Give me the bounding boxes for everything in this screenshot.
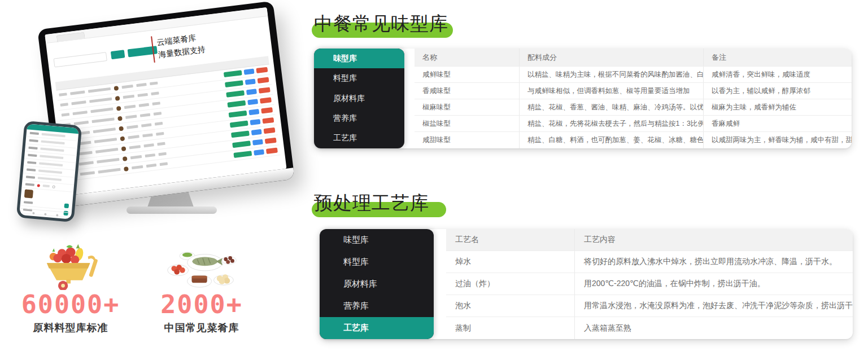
stat-label: 原料料型库标准 bbox=[17, 321, 124, 335]
stat-label: 中国常见菜肴库 bbox=[148, 321, 255, 335]
column-header: 工艺内容 bbox=[575, 229, 853, 250]
food-dishes-icon bbox=[162, 248, 241, 290]
cell-ingredients: 精盐、花椒、香葱、酱油、味精、麻油、冷鸡汤等。以优质花... bbox=[520, 99, 704, 115]
cell-note: 椒麻为主味，咸香鲜为辅佐 bbox=[704, 99, 852, 115]
cell-process-content: 用常温水浸泡，水淹没原料为准，泡好去废、冲洗干净泥沙等杂质，捞出沥干。 bbox=[575, 295, 853, 317]
stat-value: 60000+ bbox=[17, 291, 124, 318]
cell-name: 椒麻味型 bbox=[415, 99, 520, 115]
cell-ingredients: 精盐、花椒，先将花椒去梗去子，然后与精盐按1：3比例混合... bbox=[520, 116, 704, 131]
mini-browser-tab bbox=[56, 32, 85, 42]
cell-name: 椒盐味型 bbox=[415, 116, 520, 131]
flavor-library-card: 味型库 料型库 原材料库 营养库 工艺库 名称 配料成分 备注 咸鲜味型 以精盐… bbox=[314, 49, 852, 148]
cell-name: 咸甜味型 bbox=[415, 132, 520, 148]
page: 云端菜肴库 海量数据支持 bbox=[0, 0, 868, 356]
sidebar-item-process-lib[interactable]: 工艺库 bbox=[320, 317, 434, 339]
phone-action-icon bbox=[64, 204, 69, 209]
heading-text: 中餐常见味型库 bbox=[314, 12, 448, 34]
cell-ingredients: 与咸鲜味相似，但调香料如葱、椒等用量要适当增加 bbox=[520, 83, 704, 99]
process-library-card: 味型库 料型库 原材料库 营养库 工艺库 工艺名 工艺内容 焯水 将切好的原料放… bbox=[320, 229, 853, 339]
cell-note: 香麻咸鲜 bbox=[704, 116, 852, 131]
cell-process-name: 焯水 bbox=[446, 251, 575, 273]
sidebar-item-ingredient-type-lib[interactable]: 料型库 bbox=[314, 68, 404, 88]
stat-raw-material: 60000+ 原料料型库标准 bbox=[17, 239, 124, 335]
phone-food-thumbnail bbox=[24, 189, 33, 198]
flavor-table: 名称 配料成分 备注 咸鲜味型 以精盐、味精为主味，根据不同菜肴的风味酌加酱油、… bbox=[415, 49, 852, 148]
sidebar-item-raw-material-lib[interactable]: 原材料库 bbox=[314, 89, 404, 108]
table-row: 椒盐味型 精盐、花椒，先将花椒去梗去子，然后与精盐按1：3比例混合... 香麻咸… bbox=[415, 116, 852, 132]
cell-ingredients: 以精盐、味精为主味，根据不同菜肴的风味酌加酱油、白糖、... bbox=[520, 67, 704, 82]
sidebar-item-ingredient-type-lib[interactable]: 料型库 bbox=[320, 251, 434, 273]
table-row: 椒麻味型 精盐、花椒、香葱、酱油、味精、麻油、冷鸡汤等。以优质花... 椒麻为主… bbox=[415, 99, 852, 116]
mini-search-input bbox=[54, 52, 107, 67]
cell-process-content: 将切好的原料放入沸水中焯水，捞出立即用流动水冲凉、降温，沥干水。 bbox=[575, 251, 853, 273]
table-row: 过油（炸） 用200℃-220℃的油温，在锅中炸制，捞出沥干油。 bbox=[446, 273, 853, 295]
process-table: 工艺名 工艺内容 焯水 将切好的原料放入沸水中焯水，捞出立即用流动水冲凉、降温，… bbox=[446, 229, 853, 339]
sidebar-item-flavor-lib[interactable]: 味型库 bbox=[320, 229, 434, 251]
cell-process-content: 用200℃-220℃的油温，在锅中炸制，捞出沥干油。 bbox=[575, 273, 853, 295]
cell-process-name: 泡水 bbox=[446, 295, 575, 317]
table-row: 泡水 用常温水浸泡，水淹没原料为准，泡好去废、冲洗干净泥沙等杂质，捞出沥干。 bbox=[446, 295, 853, 317]
sidebar-item-raw-material-lib[interactable]: 原材料库 bbox=[320, 273, 434, 295]
table-row: 蒸制 入蒸箱蒸至熟 bbox=[446, 317, 853, 339]
sidebar: 味型库 料型库 原材料库 营养库 工艺库 bbox=[320, 229, 434, 339]
cell-name: 咸鲜味型 bbox=[415, 67, 520, 82]
column-header: 名称 bbox=[415, 49, 520, 66]
cell-process-content: 入蒸箱蒸至熟 bbox=[575, 317, 853, 339]
heading-text: 预处理工艺库 bbox=[314, 192, 429, 214]
cell-ingredients: 精盐、白糖、料酒，也可酌加葱、姜、花椒、冰糖、糖色、五... bbox=[520, 132, 704, 148]
cell-note: 以咸甜两味为主，鲜香味为辅，咸中有甜，甜中鲜香， bbox=[704, 132, 852, 148]
table-header-row: 名称 配料成分 备注 bbox=[415, 49, 852, 67]
table-header-row: 工艺名 工艺内容 bbox=[446, 229, 853, 251]
sidebar-item-nutrition-lib[interactable]: 营养库 bbox=[314, 108, 404, 128]
monitor-screen: 云端菜肴库 海量数据支持 bbox=[45, 7, 286, 196]
column-header: 备注 bbox=[704, 49, 852, 66]
monitor-overlay-text: 云端菜肴库 海量数据支持 bbox=[151, 30, 206, 63]
table-row: 香咸味型 与咸鲜味相似，但调香料如葱、椒等用量要适当增加 以香为主，辅以咸鲜，醇… bbox=[415, 83, 852, 99]
phone-screen bbox=[19, 124, 79, 219]
cell-note: 以香为主，辅以咸鲜，醇厚浓郁 bbox=[704, 83, 852, 99]
wheelbarrow-produce-icon bbox=[37, 240, 104, 290]
section2-heading: 预处理工艺库 bbox=[314, 191, 429, 216]
phone-form-rows bbox=[22, 129, 78, 185]
cell-process-name: 过油（炸） bbox=[446, 273, 575, 295]
phone-mockup bbox=[16, 121, 82, 222]
sidebar: 味型库 料型库 原材料库 营养库 工艺库 bbox=[314, 49, 404, 148]
table-row: 咸鲜味型 以精盐、味精为主味，根据不同菜肴的风味酌加酱油、白糖、... 咸鲜清香… bbox=[415, 67, 852, 83]
column-header: 配料成分 bbox=[520, 49, 704, 66]
cell-process-name: 蒸制 bbox=[446, 317, 575, 339]
sidebar-item-process-lib[interactable]: 工艺库 bbox=[314, 129, 404, 148]
radio-selected-icon bbox=[37, 184, 40, 187]
column-header: 工艺名 bbox=[446, 229, 575, 250]
cell-name: 香咸味型 bbox=[415, 83, 520, 99]
section1-heading: 中餐常见味型库 bbox=[314, 11, 448, 37]
mini-data-table bbox=[55, 56, 282, 193]
table-row: 焯水 将切好的原料放入沸水中焯水，捞出立即用流动水冲凉、降温，沥干水。 bbox=[446, 251, 853, 273]
table-row: 咸甜味型 精盐、白糖、料酒，也可酌加葱、姜、花椒、冰糖、糖色、五... 以咸甜两… bbox=[415, 132, 852, 148]
monitor-mockup: 云端菜肴库 海量数据支持 bbox=[44, 0, 304, 226]
stat-value: 2000+ bbox=[148, 291, 255, 318]
sidebar-item-flavor-lib[interactable]: 味型库 bbox=[314, 49, 404, 68]
sidebar-item-nutrition-lib[interactable]: 营养库 bbox=[320, 295, 434, 317]
stat-dish-library: 2000+ 中国常见菜肴库 bbox=[148, 239, 255, 335]
radio-unselected-icon bbox=[52, 185, 55, 188]
cell-note: 咸鲜清香，突出鲜味，咸味适度 bbox=[704, 67, 852, 82]
monitor-base bbox=[127, 206, 217, 214]
mini-search-button bbox=[111, 50, 125, 59]
